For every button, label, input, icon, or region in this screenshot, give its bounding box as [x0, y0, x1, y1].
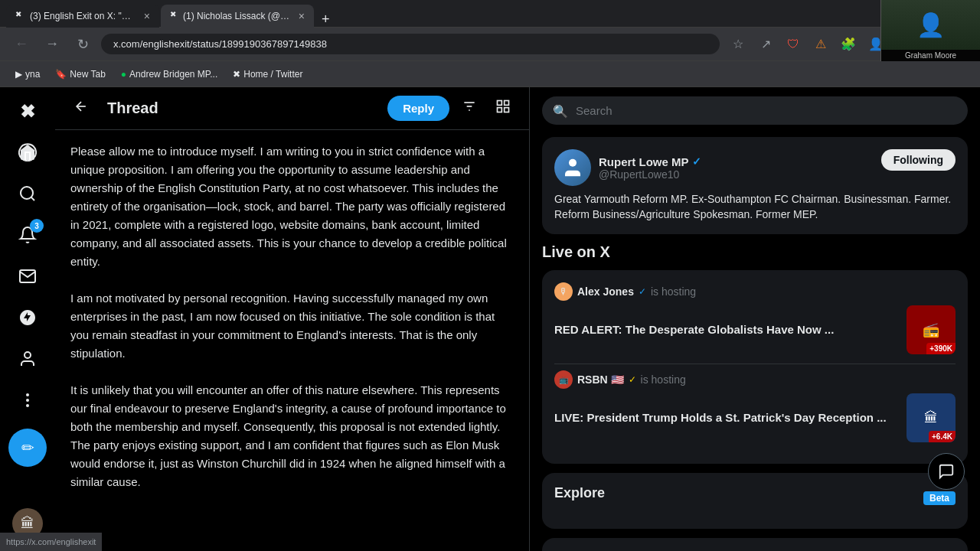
live-content-1: RED ALERT: The Desperate Globalists Have… [554, 305, 956, 354]
host-verified-2: ✓ [629, 374, 636, 385]
twitter-favicon: ✖ [233, 69, 240, 80]
bookmark-new-tab[interactable]: 🔖 New Tab [49, 66, 111, 83]
profile-handle: @RupertLowe10 [599, 168, 701, 181]
viewer-count-2: +6.4K [929, 431, 956, 442]
explore-header: Explore Beta [554, 485, 956, 510]
filter-icon-button[interactable] [456, 93, 483, 124]
svg-rect-10 [498, 101, 502, 106]
svg-point-3 [26, 393, 29, 396]
bookmark-andrew-bridgen[interactable]: ● Andrew Bridgen MP... [115, 66, 224, 83]
explore-title: Explore [554, 485, 605, 501]
search-input[interactable] [542, 96, 968, 125]
thumbnail-icon-2: 🏛 [924, 410, 938, 426]
status-bar: https://x.com/englishexit [0, 533, 102, 551]
floating-message-button[interactable] [928, 453, 965, 490]
thread-panel: Thread Reply Please allow me to introduc… [55, 87, 530, 551]
explore-section: Explore Beta [542, 473, 968, 529]
video-thumbnail: 👤 Graham Moore [880, 0, 980, 61]
notification-badge: 3 [30, 219, 44, 233]
live-section: Live on X 🎙 Alex Jones ✓ is hosting RED … [542, 243, 968, 464]
tab-title-1: (3) English Exit on X: "Offer to... [30, 11, 136, 21]
host-name-1: Alex Jones [577, 285, 634, 298]
share-icon[interactable]: ↗ [753, 32, 778, 57]
live-item-1[interactable]: 🎙 Alex Jones ✓ is hosting RED ALERT: The… [554, 282, 956, 354]
host-name-2: RSBN 🇺🇸 [577, 373, 624, 386]
browser-tab-1[interactable]: ✖ (3) English Exit on X: "Offer to... × [6, 5, 159, 28]
right-panel: 🔍 Rupert Lowe MP ✓ @RupertLowe10 [530, 87, 980, 551]
browser-tabs: ✖ (3) English Exit on X: "Offer to... × … [6, 0, 336, 28]
live-divider [554, 364, 956, 364]
new-tab-favicon: 🔖 [55, 69, 67, 80]
browser-tab-2[interactable]: ✖ (1) Nicholas Lissack (@NicholasLiss...… [161, 5, 314, 28]
back-button[interactable]: ← [9, 32, 34, 57]
extensions-icon[interactable]: 🧩 [836, 32, 861, 57]
live-title-2: LIVE: President Trump Holds a St. Patric… [554, 410, 900, 425]
tab-close-1[interactable]: × [144, 10, 150, 22]
messages-section: Messages ✉ ∧ [542, 538, 968, 551]
browser-toolbar: ← → ↻ ☆ ↗ 🛡 ⚠ 🧩 👤 🌐 📺 ⋮ [0, 28, 980, 61]
thread-header: Thread Reply [55, 87, 529, 130]
profile-bio: Great Yarmouth Reform MP. Ex-Southampton… [554, 192, 956, 222]
sidebar-item-messages[interactable] [8, 257, 47, 295]
new-tab-button[interactable]: + [315, 11, 336, 28]
profile-name-section: Rupert Lowe MP ✓ @RupertLowe10 [599, 155, 701, 181]
svg-rect-12 [498, 108, 502, 112]
sidebar-item-search[interactable] [8, 174, 47, 213]
is-hosting-2: is hosting [641, 373, 686, 386]
sidebar-item-profile[interactable] [8, 340, 47, 378]
shield-icon[interactable]: 🛡 [781, 32, 805, 57]
profile-avatar[interactable] [554, 149, 591, 186]
video-content: 👤 [881, 0, 980, 50]
bookmark-yna[interactable]: ▶ yna [9, 66, 46, 83]
tweet-paragraph-2: I am not motivated by personal recogniti… [70, 289, 514, 363]
live-thumbnail-1: 📻 +390K [906, 305, 956, 354]
main-content: ✖ 3 ✏ 🏛 [0, 87, 980, 551]
sidebar-item-grok[interactable] [8, 298, 47, 337]
live-title-1: RED ALERT: The Desperate Globalists Have… [554, 322, 900, 337]
live-thumbnail-2: 🏛 +6.4K [906, 393, 956, 442]
compose-button[interactable]: ✏ [8, 429, 47, 467]
header-actions: Reply [387, 93, 517, 124]
following-button[interactable]: Following [881, 149, 956, 171]
is-hosting-1: is hosting [651, 285, 696, 298]
tab-close-2[interactable]: × [299, 10, 305, 22]
profile-name: Rupert Lowe MP ✓ [599, 155, 701, 168]
bookmarks-bar: ▶ yna 🔖 New Tab ● Andrew Bridgen MP... ✖… [0, 61, 980, 87]
beta-badge: Beta [923, 491, 956, 505]
live-host-1: 🎙 Alex Jones ✓ is hosting [554, 282, 956, 301]
bookmark-icon[interactable]: ☆ [726, 32, 750, 57]
tab-title-2: (1) Nicholas Lissack (@NicholasLiss... [183, 11, 291, 21]
x-logo[interactable]: ✖ [12, 93, 43, 130]
reply-button[interactable]: Reply [387, 96, 449, 121]
back-button[interactable] [67, 93, 95, 124]
bookmark-twitter[interactable]: ✖ Home / Twitter [227, 66, 309, 83]
forward-button[interactable]: → [40, 32, 64, 57]
svg-point-14 [569, 159, 577, 167]
address-bar[interactable] [101, 34, 720, 54]
host-verified-1: ✓ [639, 286, 646, 297]
grid-icon-button[interactable] [489, 93, 517, 124]
verified-icon: ✓ [692, 155, 701, 168]
tweet-paragraph-1: Please allow me to introduce myself. I a… [70, 142, 514, 271]
tab-favicon-1: ✖ [15, 10, 25, 22]
sidebar-item-notifications[interactable]: 3 [8, 216, 47, 254]
svg-rect-11 [505, 101, 509, 106]
profile-info: Rupert Lowe MP ✓ @RupertLowe10 [554, 149, 701, 186]
viewer-count-1: +390K [926, 343, 956, 354]
search-icon: 🔍 [553, 103, 568, 118]
svg-point-5 [26, 404, 29, 407]
host-avatar-2: 📺 [554, 370, 573, 389]
avatar-image: 🏛 [21, 516, 34, 532]
live-item-2[interactable]: 📺 RSBN 🇺🇸 ✓ is hosting LIVE: President T… [554, 370, 956, 442]
bridgen-favicon: ● [121, 69, 126, 80]
thread-content[interactable]: Please allow me to introduce myself. I a… [55, 130, 529, 551]
compose-icon: ✏ [21, 439, 34, 457]
warning-icon[interactable]: ⚠ [808, 32, 833, 57]
video-label: Graham Moore [881, 50, 980, 61]
svg-point-0 [21, 187, 33, 199]
video-person-icon: 👤 [916, 11, 945, 38]
reload-button[interactable]: ↻ [70, 32, 95, 57]
sidebar-item-more[interactable] [8, 381, 47, 419]
svg-line-1 [31, 197, 34, 201]
sidebar-item-home[interactable] [8, 133, 47, 171]
